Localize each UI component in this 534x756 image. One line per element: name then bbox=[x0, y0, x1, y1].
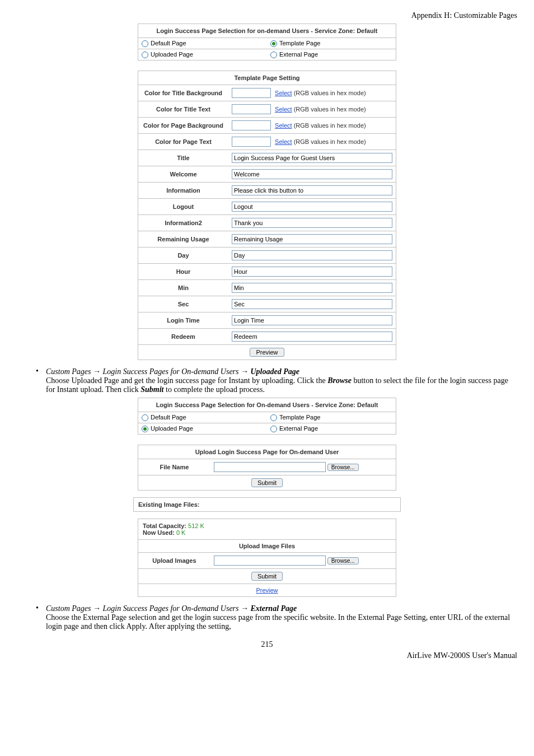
submit-button-page[interactable]: Submit bbox=[251, 478, 283, 487]
label-login-time: Login Time bbox=[138, 312, 228, 329]
breadcrumb-path2-ext: Login Success Pages for On-demand Users bbox=[102, 604, 238, 613]
breadcrumb-path3-ext: External Page bbox=[250, 604, 297, 613]
input-login-time[interactable] bbox=[232, 315, 392, 325]
input-title[interactable] bbox=[232, 153, 392, 163]
radio-icon bbox=[270, 414, 277, 421]
input-file-name[interactable] bbox=[214, 462, 326, 472]
hint-hex: (RGB values in hex mode) bbox=[294, 138, 366, 145]
label-sec: Sec bbox=[138, 296, 228, 312]
input-day[interactable] bbox=[232, 250, 392, 260]
input-upload-images[interactable] bbox=[214, 556, 326, 566]
input-welcome[interactable] bbox=[232, 169, 392, 179]
bullet-uploaded-page: • Custom Pages → Login Success Pages for… bbox=[36, 367, 517, 394]
now-used-label: Now Used: bbox=[143, 529, 175, 536]
panel-template-settings: Template Page Setting Color for Title Ba… bbox=[138, 71, 396, 360]
label-redeem: Redeem bbox=[138, 329, 228, 345]
radio-label-default: Default Page bbox=[151, 40, 186, 46]
browse-word: Browse bbox=[327, 376, 352, 385]
label-welcome: Welcome bbox=[138, 166, 228, 183]
radio-template-page-1[interactable]: Template Page bbox=[267, 38, 396, 49]
bullet-icon: • bbox=[36, 604, 46, 631]
breadcrumb-path3: Uploaded Page bbox=[250, 367, 299, 376]
label-day: Day bbox=[138, 248, 228, 264]
radio-icon bbox=[142, 40, 148, 47]
link-select-color-page-text[interactable]: Select bbox=[275, 138, 292, 145]
footer-text: AirLive MW-2000S User's Manual bbox=[17, 651, 517, 660]
preview-button[interactable]: Preview bbox=[250, 348, 284, 357]
input-information2[interactable] bbox=[232, 218, 392, 228]
radio-label-external: External Page bbox=[279, 51, 318, 58]
page-number: 215 bbox=[17, 640, 517, 649]
label-color-title-text: Color for Title Text bbox=[138, 101, 228, 118]
input-sec[interactable] bbox=[232, 299, 392, 309]
preview-link[interactable]: Preview bbox=[256, 587, 278, 594]
radio-uploaded-page-2[interactable]: Uploaded Page bbox=[138, 423, 267, 435]
radio-label-external: External Page bbox=[279, 425, 318, 432]
input-information[interactable] bbox=[232, 185, 392, 195]
label-upload-images: Upload Images bbox=[138, 553, 210, 569]
page-header-appendix: Appendix H: Customizable Pages bbox=[17, 11, 517, 20]
input-hour[interactable] bbox=[232, 267, 392, 277]
radio-icon bbox=[270, 52, 277, 58]
radio-label-default: Default Page bbox=[151, 414, 186, 421]
bullet-body: Choose Uploaded Page and get the login s… bbox=[46, 376, 327, 385]
hint-hex: (RGB values in hex mode) bbox=[294, 122, 366, 129]
panel-1-title: Login Success Page Selection for on-dema… bbox=[138, 24, 396, 38]
label-logout: Logout bbox=[138, 199, 228, 215]
breadcrumb-path1: Custom Pages bbox=[46, 367, 91, 376]
radio-label-template: Template Page bbox=[279, 414, 320, 421]
input-redeem[interactable] bbox=[232, 332, 392, 342]
submit-word: Submit bbox=[140, 385, 163, 394]
link-select-color-page-bg[interactable]: Select bbox=[275, 122, 292, 129]
hint-hex: (RGB values in hex mode) bbox=[294, 90, 366, 96]
radio-icon-selected bbox=[142, 426, 148, 432]
panel-login-selection-1: Login Success Page Selection for on-dema… bbox=[138, 24, 396, 60]
bullet-body-ext: Choose the External Page selection and g… bbox=[46, 613, 510, 631]
radio-default-page-1[interactable]: Default Page bbox=[138, 38, 267, 49]
upload-panel-title: Upload Login Success Page for On-demand … bbox=[138, 445, 396, 459]
radio-label-uploaded: Uploaded Page bbox=[151, 425, 193, 432]
input-color-page-bg[interactable] bbox=[232, 120, 271, 130]
panel-login-selection-2: Login Success Page Selection for On-dema… bbox=[138, 398, 396, 435]
arrow-icon: → bbox=[93, 604, 101, 613]
label-color-page-bg: Color for Page Background bbox=[138, 118, 228, 134]
label-title: Title bbox=[138, 150, 228, 166]
submit-button-images[interactable]: Submit bbox=[251, 572, 283, 581]
radio-uploaded-page-1[interactable]: Uploaded Page bbox=[138, 49, 267, 60]
browse-button-page[interactable]: Browse... bbox=[327, 464, 359, 471]
browse-button-images[interactable]: Browse... bbox=[327, 557, 359, 564]
radio-template-page-2[interactable]: Template Page bbox=[267, 412, 396, 423]
radio-icon bbox=[270, 426, 277, 432]
total-capacity-label: Total Capacity: bbox=[143, 522, 186, 529]
arrow-icon: → bbox=[241, 367, 249, 376]
panel-upload-login-page: Upload Login Success Page for On-demand … bbox=[138, 445, 396, 491]
input-logout[interactable] bbox=[232, 202, 392, 212]
input-color-title-bg[interactable] bbox=[232, 88, 271, 98]
radio-label-template: Template Page bbox=[279, 40, 320, 46]
bullet-icon: • bbox=[36, 367, 46, 394]
upload-images-title: Upload Image Files bbox=[138, 539, 396, 552]
input-min[interactable] bbox=[232, 283, 392, 293]
label-remaining-usage: Remaining Usage bbox=[138, 231, 228, 248]
label-file-name: File Name bbox=[138, 459, 210, 475]
link-select-color-title-bg[interactable]: Select bbox=[275, 90, 292, 96]
radio-default-page-2[interactable]: Default Page bbox=[138, 412, 267, 423]
total-capacity-value: 512 K bbox=[188, 522, 204, 529]
bullet-body3: to complete the upload process. bbox=[164, 385, 265, 394]
panel-existing-files: Existing Image Files: bbox=[133, 497, 401, 512]
label-min: Min bbox=[138, 280, 228, 296]
breadcrumb-path2: Login Success Pages for On-demand Users bbox=[102, 367, 238, 376]
input-color-title-text[interactable] bbox=[232, 104, 271, 114]
label-hour: Hour bbox=[138, 264, 228, 280]
arrow-icon: → bbox=[241, 604, 249, 613]
label-color-page-text: Color for Page Text bbox=[138, 134, 228, 150]
link-select-color-title-text[interactable]: Select bbox=[275, 106, 292, 113]
radio-external-page-2[interactable]: External Page bbox=[267, 423, 396, 435]
radio-external-page-1[interactable]: External Page bbox=[267, 49, 396, 60]
panel-2-title: Login Success Page Selection for On-dema… bbox=[138, 398, 396, 412]
label-color-title-bg: Color for Title Background bbox=[138, 85, 228, 101]
label-information2: Information2 bbox=[138, 215, 228, 231]
input-remaining-usage[interactable] bbox=[232, 234, 392, 244]
existing-files-label: Existing Image Files: bbox=[138, 501, 199, 508]
input-color-page-text[interactable] bbox=[232, 137, 271, 147]
